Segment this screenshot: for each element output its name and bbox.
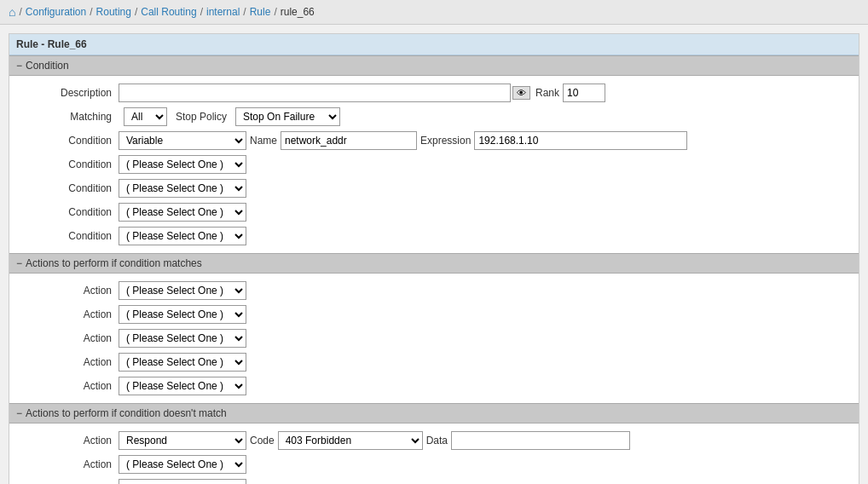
action-match-label-5: Action — [16, 380, 119, 392]
actions-nomatch-label: Actions to perform if condition doesn't … — [26, 407, 227, 419]
condition-row-4: Condition ( Please Select One ) Variable… — [9, 200, 859, 224]
action-match-label-4: Action — [16, 356, 119, 368]
home-icon[interactable]: ⌂ — [9, 5, 15, 19]
main-container: Rule - Rule_66 − Condition Description 👁… — [9, 33, 859, 484]
action-match-label-2: Action — [16, 308, 119, 320]
expression-label-1: Expression — [420, 135, 471, 147]
condition-row-1: Condition Variable ( Please Select One )… — [9, 129, 859, 153]
actions-nomatch-header: − Actions to perform if condition doesn'… — [9, 403, 859, 424]
action-match-select-4[interactable]: ( Please Select One ) Set Variable Trans… — [119, 353, 246, 372]
action-match-select-1[interactable]: ( Please Select One ) Set Variable Trans… — [119, 281, 246, 300]
matching-select[interactable]: All Any — [124, 107, 167, 126]
condition-row-3: Condition ( Please Select One ) Variable… — [9, 176, 859, 200]
description-input[interactable] — [119, 84, 511, 102]
breadcrumb-rule[interactable]: Rule — [250, 6, 271, 18]
data-label: Data — [426, 435, 448, 447]
action-nomatch-label-1: Action — [16, 435, 119, 447]
breadcrumb-call-routing[interactable]: Call Routing — [141, 6, 196, 18]
condition-row-5: Condition ( Please Select One ) Variable… — [9, 224, 859, 248]
actions-match-label: Actions to perform if condition matches — [26, 257, 202, 269]
condition-section: − Condition Description 👁 Rank Matching … — [9, 55, 859, 253]
condition-form: Description 👁 Rank Matching All Any Stop… — [9, 76, 859, 253]
condition-type-1[interactable]: Variable ( Please Select One ) Caller ID… — [119, 131, 246, 150]
code-label: Code — [250, 435, 275, 447]
condition-row-2: Condition ( Please Select One ) Variable… — [9, 153, 859, 176]
action-match-row-3: Action ( Please Select One ) Set Variabl… — [9, 326, 859, 350]
name-label-1: Name — [250, 135, 277, 147]
name-input-1[interactable] — [281, 131, 417, 150]
description-label: Description — [16, 87, 119, 99]
condition-type-5[interactable]: ( Please Select One ) Variable Caller ID — [119, 227, 246, 245]
breadcrumb-routing[interactable]: Routing — [96, 6, 131, 18]
breadcrumb-configuration[interactable]: Configuration — [26, 6, 86, 18]
condition-row2-label: Condition — [16, 158, 119, 170]
actions-match-form: Action ( Please Select One ) Set Variabl… — [9, 274, 859, 403]
action-match-select-3[interactable]: ( Please Select One ) Set Variable Trans… — [119, 329, 246, 348]
action-match-row-1: Action ( Please Select One ) Set Variabl… — [9, 279, 859, 302]
actions-nomatch-section: − Actions to perform if condition doesn'… — [9, 403, 859, 484]
expression-input-1[interactable] — [474, 131, 687, 150]
condition-type-3[interactable]: ( Please Select One ) Variable Caller ID — [119, 179, 246, 198]
action-nomatch-select-1[interactable]: Respond ( Please Select One ) Set Variab… — [119, 431, 246, 450]
code-select[interactable]: 403 Forbidden 200 OK 404 Not Found 500 S… — [278, 431, 423, 450]
action-match-label-3: Action — [16, 332, 119, 344]
actions-match-header: − Actions to perform if condition matche… — [9, 253, 859, 274]
matching-label: Matching — [16, 111, 119, 123]
action-nomatch-label-2: Action — [16, 458, 119, 470]
action-match-row-2: Action ( Please Select One ) Set Variabl… — [9, 302, 859, 326]
condition-row1-label: Condition — [16, 135, 119, 147]
condition-row4-label: Condition — [16, 206, 119, 218]
condition-header-label: Condition — [26, 60, 69, 72]
condition-row3-label: Condition — [16, 182, 119, 194]
condition-type-4[interactable]: ( Please Select One ) Variable Caller ID — [119, 203, 246, 222]
action-nomatch-select-2[interactable]: ( Please Select One ) Respond Set Variab… — [119, 455, 246, 474]
condition-type-2[interactable]: ( Please Select One ) Variable Caller ID — [119, 155, 246, 174]
action-match-label-1: Action — [16, 285, 119, 297]
actions-nomatch-form: Action Respond ( Please Select One ) Set… — [9, 424, 859, 484]
action-match-row-4: Action ( Please Select One ) Set Variabl… — [9, 350, 859, 374]
actions-match-section: − Actions to perform if condition matche… — [9, 253, 859, 403]
breadcrumb-internal[interactable]: internal — [206, 6, 240, 18]
action-match-select-2[interactable]: ( Please Select One ) Set Variable Trans… — [119, 305, 246, 324]
stop-policy-select[interactable]: Stop On Failure Stop On Success Never St… — [235, 107, 340, 126]
actions-nomatch-toggle[interactable]: − — [16, 407, 22, 419]
stop-policy-label: Stop Policy — [176, 111, 227, 123]
condition-row5-label: Condition — [16, 230, 119, 242]
action-match-select-5[interactable]: ( Please Select One ) Set Variable Trans… — [119, 377, 246, 395]
action-match-row-5: Action ( Please Select One ) Set Variabl… — [9, 374, 859, 398]
action-nomatch-select-3[interactable]: ( Please Select One ) Respond Set Variab… — [119, 479, 246, 484]
actions-match-toggle[interactable]: − — [16, 257, 22, 269]
condition-section-header: − Condition — [9, 55, 859, 76]
breadcrumb-rule66: rule_66 — [281, 6, 315, 18]
data-input[interactable] — [451, 431, 630, 450]
panel-title: Rule - Rule_66 — [9, 34, 859, 55]
condition-toggle[interactable]: − — [16, 60, 22, 72]
action-nomatch-row-2: Action ( Please Select One ) Respond Set… — [9, 452, 859, 476]
breadcrumb: ⌂ / Configuration / Routing / Call Routi… — [0, 0, 868, 25]
rank-label: Rank — [535, 87, 559, 99]
description-icon[interactable]: 👁 — [512, 86, 530, 100]
matching-row: Matching All Any Stop Policy Stop On Fai… — [9, 105, 859, 129]
action-nomatch-row-3: Action ( Please Select One ) Respond Set… — [9, 476, 859, 484]
rank-input[interactable] — [563, 84, 605, 102]
action-nomatch-row-1: Action Respond ( Please Select One ) Set… — [9, 429, 859, 452]
description-row: Description 👁 Rank — [9, 81, 859, 105]
